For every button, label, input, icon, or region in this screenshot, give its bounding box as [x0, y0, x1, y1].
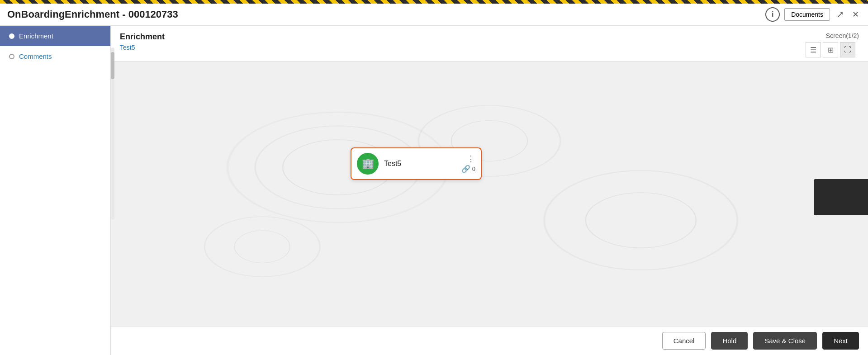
grid-icon: ⊞ — [828, 46, 834, 54]
link-count-value: 0 — [472, 166, 475, 172]
grid-view-button[interactable]: ⊞ — [823, 42, 838, 57]
expand-button[interactable]: ⤢ — [835, 7, 846, 22]
next-button[interactable]: Next — [822, 332, 859, 350]
footer-bar: Cancel Hold Save & Close Next — [111, 326, 868, 355]
list-icon: ☰ — [810, 46, 816, 54]
screen-label: Screen(1/2) — [826, 32, 859, 39]
breadcrumb-link[interactable]: Test5 — [120, 44, 135, 51]
sidebar-item-comments[interactable]: Comments — [0, 46, 110, 66]
content-header: Enrichment Test5 Screen(1/2) ☰ ⊞ ⛶ — [111, 26, 868, 62]
dark-panel — [814, 179, 868, 215]
scrollbar-thumb[interactable] — [111, 52, 114, 79]
header-right-group: Screen(1/2) ☰ ⊞ ⛶ — [806, 32, 859, 57]
node-icon-circle: 🏢 — [357, 153, 379, 175]
list-view-button[interactable]: ☰ — [806, 42, 821, 57]
main-content: Enrichment Test5 Screen(1/2) ☰ ⊞ ⛶ — [111, 26, 868, 355]
node-actions: ⋮ 🔗 0 — [461, 155, 475, 173]
window-title: OnBoardingEnrichment - 000120733 — [7, 9, 178, 20]
node-card[interactable]: 🏢 Test5 ⋮ 🔗 0 — [351, 147, 482, 180]
cancel-button[interactable]: Cancel — [662, 332, 706, 350]
sidebar-dot-enrichment — [9, 33, 14, 39]
save-close-button[interactable]: Save & Close — [753, 332, 817, 350]
sidebar-label-comments: Comments — [19, 52, 52, 60]
link-icon: 🔗 — [461, 165, 470, 173]
sidebar-item-enrichment[interactable]: Enrichment — [0, 26, 110, 46]
fit-icon: ⛶ — [844, 46, 851, 54]
content-area: Enrichment Comments Enrichment Test5 Scr… — [0, 26, 868, 355]
sidebar-label-enrichment: Enrichment — [19, 32, 53, 40]
scrollbar[interactable] — [111, 47, 114, 219]
content-header-left: Enrichment Test5 — [120, 32, 165, 52]
hazard-stripe — [0, 0, 868, 4]
info-button[interactable]: i — [765, 7, 780, 22]
main-window: OnBoardingEnrichment - 000120733 i Docum… — [0, 4, 868, 355]
section-title: Enrichment — [120, 32, 165, 42]
sidebar-dot-comments — [9, 54, 14, 59]
node-label: Test5 — [384, 160, 456, 168]
sidebar: Enrichment Comments — [0, 26, 111, 355]
fit-view-button[interactable]: ⛶ — [840, 42, 855, 57]
view-toggle: ☰ ⊞ ⛶ — [806, 42, 855, 57]
building-icon: 🏢 — [362, 158, 374, 170]
hold-button[interactable]: Hold — [711, 332, 748, 350]
canvas-background — [111, 62, 868, 326]
documents-button[interactable]: Documents — [784, 8, 830, 21]
canvas-area: 🏢 Test5 ⋮ 🔗 0 — [111, 62, 868, 326]
title-bar: OnBoardingEnrichment - 000120733 i Docum… — [0, 4, 868, 26]
close-button[interactable]: ✕ — [850, 8, 861, 21]
three-dots-menu[interactable]: ⋮ — [467, 155, 475, 163]
title-bar-actions: i Documents ⤢ ✕ — [765, 7, 861, 22]
link-count: 🔗 0 — [461, 165, 475, 173]
